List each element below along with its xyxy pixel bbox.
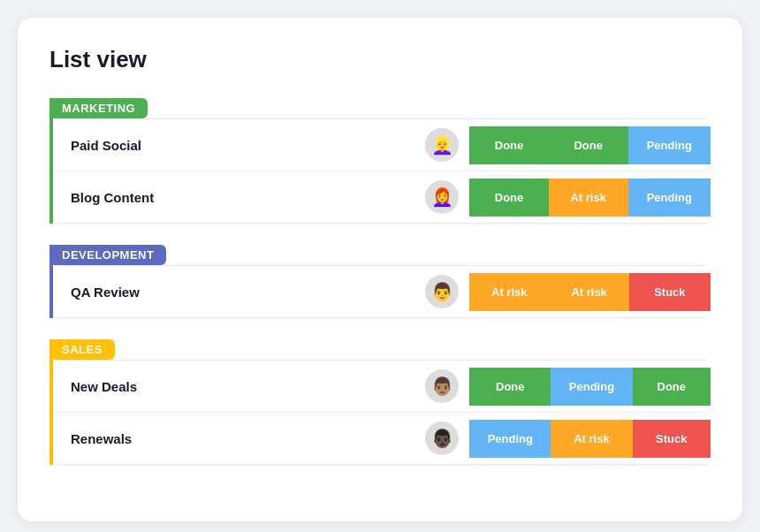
group-development: DEVELOPMENTQA Review👨At riskAt riskStuck [49,245,711,318]
status-badge: Stuck [633,420,711,458]
status-badge: Done [469,368,551,406]
status-badge: At risk [551,420,632,458]
table-row[interactable]: New Deals👨🏽DonePendingDone [53,361,711,413]
status-cell-2[interactable]: Pending [628,171,711,224]
avatar: 👨🏽 [425,369,459,403]
row-name: Blog Content [53,171,414,224]
row-name: Paid Social [53,119,414,171]
group-sales: SALESNew Deals👨🏽DonePendingDoneRenewals👨… [49,339,711,465]
status-badge: Pending [628,126,711,164]
status-badge: Pending [551,368,632,406]
groups-container: MARKETINGPaid Social👱‍♀️DoneDonePendingB… [49,98,711,465]
row-avatar-cell: 👨🏽 [414,361,469,413]
status-badge: At risk [549,273,628,311]
group-table-container-development: QA Review👨At riskAt riskStuck [53,265,711,318]
group-header-marketing: MARKETING [49,98,148,118]
avatar: 👨 [425,275,459,308]
group-table-container-sales: New Deals👨🏽DonePendingDoneRenewals👨🏿Pend… [53,360,711,465]
status-badge: Pending [469,420,551,458]
table-row[interactable]: Renewals👨🏿PendingAt riskStuck [53,413,711,465]
status-cell-0[interactable]: Done [469,171,549,224]
page-title: List view [49,46,711,73]
status-cell-2[interactable]: Stuck [633,413,711,465]
status-cell-0[interactable]: Done [469,119,549,171]
status-cell-2[interactable]: Stuck [629,266,711,318]
main-card: List view MARKETINGPaid Social👱‍♀️DoneDo… [18,18,742,521]
status-cell-1[interactable]: At risk [549,266,628,318]
row-avatar-cell: 👱‍♀️ [414,119,469,171]
table-marketing: Paid Social👱‍♀️DoneDonePendingBlog Conte… [53,118,711,224]
table-row[interactable]: Paid Social👱‍♀️DoneDonePending [53,119,711,171]
status-cell-1[interactable]: Done [549,119,628,171]
avatar: 👩‍🦰 [425,180,459,214]
group-header-sales: SALES [49,339,115,360]
status-cell-1[interactable]: At risk [551,413,632,465]
row-name: QA Review [53,266,414,318]
status-cell-0[interactable]: Pending [469,413,551,465]
table-row[interactable]: Blog Content👩‍🦰DoneAt riskPending [53,171,711,224]
table-development: QA Review👨At riskAt riskStuck [53,265,711,318]
status-cell-0[interactable]: Done [469,361,551,413]
table-row[interactable]: QA Review👨At riskAt riskStuck [53,266,711,318]
status-badge: Pending [628,179,711,217]
row-avatar-cell: 👨 [414,266,469,318]
status-cell-1[interactable]: At risk [549,171,628,224]
status-cell-0[interactable]: At risk [469,266,549,318]
row-name: New Deals [53,361,414,413]
status-badge: Done [469,126,549,164]
status-badge: Done [549,126,628,164]
status-badge: Done [469,179,549,217]
row-avatar-cell: 👩‍🦰 [414,171,469,224]
status-badge: Stuck [629,273,711,311]
status-badge: At risk [469,273,549,311]
group-header-development: DEVELOPMENT [49,245,166,265]
status-cell-2[interactable]: Done [633,361,711,413]
group-marketing: MARKETINGPaid Social👱‍♀️DoneDonePendingB… [49,98,711,224]
status-cell-2[interactable]: Pending [628,119,711,171]
table-sales: New Deals👨🏽DonePendingDoneRenewals👨🏿Pend… [53,360,711,465]
avatar: 👱‍♀️ [425,128,459,162]
group-table-container-marketing: Paid Social👱‍♀️DoneDonePendingBlog Conte… [53,118,711,224]
row-name: Renewals [53,413,414,465]
row-avatar-cell: 👨🏿 [414,413,469,465]
status-badge: At risk [549,179,628,217]
status-cell-1[interactable]: Pending [551,361,632,413]
status-badge: Done [633,368,711,406]
avatar: 👨🏿 [425,422,459,455]
